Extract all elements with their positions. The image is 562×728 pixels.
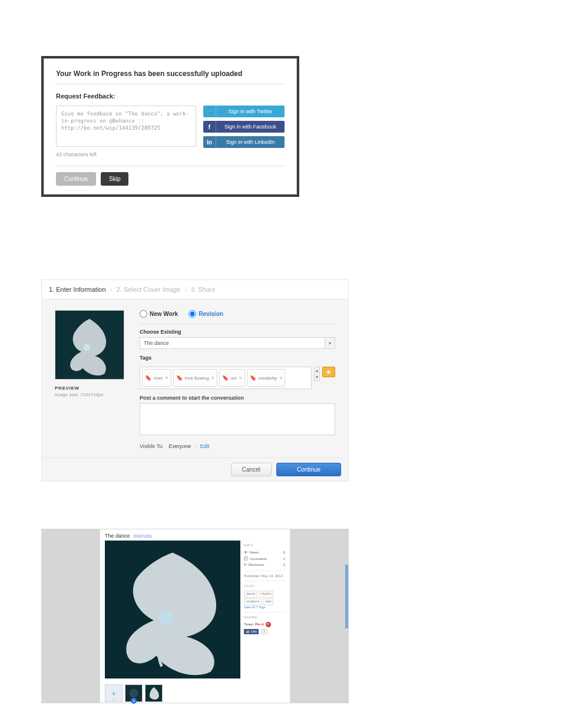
revision-thumb[interactable]: 2 <box>125 684 143 702</box>
cancel-button[interactable]: Cancel <box>231 463 272 476</box>
svg-point-3 <box>159 611 173 624</box>
add-revision-button[interactable]: + 1 <box>105 684 123 702</box>
step-1: 1. Enter Information <box>49 286 106 293</box>
choose-existing-select[interactable]: The dance ▾ <box>140 337 335 349</box>
newwork-radio-label: New Work <box>150 311 178 317</box>
main-artwork-image <box>105 541 240 678</box>
mini-tag[interactable]: dance <box>244 591 257 598</box>
stat-row: ↻Revisions2 <box>244 562 285 568</box>
comment-textarea[interactable] <box>140 403 335 435</box>
mini-tag[interactable]: rhythm <box>259 591 274 598</box>
visibility-row: Visible To: Everyone | Edit <box>140 443 335 449</box>
dialog-title: Your Work in Progress has been successfu… <box>56 70 285 84</box>
tag-text: river <box>154 375 163 381</box>
tag-chip[interactable]: 🔖tree flowing× <box>173 369 217 387</box>
tag-remove-icon[interactable]: × <box>239 375 242 381</box>
feedback-textarea[interactable] <box>56 106 196 147</box>
skip-button[interactable]: Skip <box>101 172 128 186</box>
characters-left-label: 42 characters left <box>56 151 285 157</box>
step-2: 2. Select Cover Image <box>116 286 180 293</box>
continue-button[interactable]: Continue <box>56 172 96 186</box>
pinit-link[interactable]: Pin it <box>255 622 264 627</box>
tag-icon: 🔖 <box>250 375 256 381</box>
preview-label: PREVIEW <box>55 386 124 391</box>
visibility-value: Everyone <box>168 443 191 449</box>
tags-label: Tags <box>140 355 335 361</box>
stat-value: 2 <box>283 562 285 567</box>
scroll-up-icon[interactable]: ▴ <box>316 367 318 374</box>
svg-point-1 <box>84 344 91 351</box>
tag-icon: 🔖 <box>176 375 183 381</box>
fb-like-label: Like <box>251 630 257 634</box>
star-icon: ★ <box>326 368 332 376</box>
signin-linkedin-button[interactable]: in Sign in with LinkedIn <box>203 136 285 148</box>
comment-icon: 💬 <box>244 557 248 561</box>
project-view-panel: The dance DISCUSS INFO 👁Views0 💬Comments… <box>41 529 349 703</box>
signin-twitter-label: Sign in with Twitter <box>216 108 285 114</box>
upload-success-dialog: Your Work in Progress has been successfu… <box>41 56 299 197</box>
info-heading: INFO <box>244 543 285 548</box>
stat-value: 0 <box>283 550 285 555</box>
mini-tag[interactable]: sculpture <box>244 598 262 605</box>
svg-point-5 <box>130 689 138 698</box>
choose-existing-value: The dance <box>140 337 325 349</box>
chevron-right-icon: › <box>184 286 187 293</box>
scroll-down-icon[interactable]: ▾ <box>316 374 318 380</box>
signin-twitter-button[interactable]: 🐦 Sign in with Twitter <box>203 106 285 117</box>
preview-size-label: Image size: 710x710px <box>55 392 124 397</box>
tag-remove-icon[interactable]: × <box>279 375 282 381</box>
tags-input[interactable]: 🔖river× 🔖tree flowing× 🔖art× 🔖creativity… <box>140 367 312 389</box>
stat-value: 1 <box>283 556 285 561</box>
tags-scrollbar[interactable]: ▴ ▾ <box>314 367 320 381</box>
thumbs-up-icon: 👍 <box>246 630 250 634</box>
preview-image <box>55 310 124 380</box>
signin-facebook-label: Sign in with Facebook <box>216 124 285 130</box>
step-3: 3. Share <box>191 286 216 293</box>
mini-tag[interactable]: tree <box>263 598 273 605</box>
discuss-link[interactable]: DISCUSS <box>134 534 152 538</box>
pinterest-icon: P <box>266 622 271 627</box>
tag-remove-icon[interactable]: × <box>211 375 214 381</box>
signin-facebook-button[interactable]: f Sign in with Facebook <box>203 121 285 133</box>
tag-icon: 🔖 <box>145 375 151 381</box>
chevron-right-icon: › <box>110 286 113 293</box>
share-heading: SHARE <box>244 615 285 620</box>
newwork-radio[interactable]: New Work <box>140 310 178 318</box>
revision-radio[interactable]: Revision <box>189 310 223 318</box>
visibility-edit-link[interactable]: Edit <box>200 443 210 449</box>
dancer-art-icon <box>55 311 124 379</box>
view-all-tags-link[interactable]: View all 7 Tags <box>244 605 285 610</box>
tag-chip[interactable]: 🔖river× <box>142 369 171 387</box>
favorite-star-button[interactable]: ★ <box>322 367 335 377</box>
plus-icon: + <box>111 689 116 698</box>
step-breadcrumb: 1. Enter Information › 2. Select Cover I… <box>42 280 348 299</box>
tag-chip[interactable]: 🔖creativity× <box>247 369 286 387</box>
chevron-down-icon: ▾ <box>325 337 335 349</box>
add-sub-label: 1 <box>113 697 115 701</box>
revision-thumb[interactable] <box>145 684 163 702</box>
enter-information-dialog: 1. Enter Information › 2. Select Cover I… <box>41 279 349 482</box>
tag-text: art <box>231 375 236 381</box>
stat-label: Revisions <box>249 563 264 566</box>
dancer-art-icon <box>105 541 240 678</box>
eye-icon: 👁 <box>244 551 247 554</box>
linkedin-icon: in <box>203 136 216 148</box>
revision-radio-label: Revision <box>199 311 223 317</box>
visibility-label: Visible To: <box>140 443 164 449</box>
choose-existing-label: Choose Existing <box>140 329 335 335</box>
tags-heading: TAGS <box>244 584 285 588</box>
revisions-icon: ↻ <box>244 563 247 566</box>
tag-chip[interactable]: 🔖art× <box>219 369 245 387</box>
tag-text: creativity <box>259 375 277 381</box>
stat-row: 💬Comments1 <box>244 556 285 562</box>
fb-like-button[interactable]: 👍Like <box>244 629 259 635</box>
revision-badge: 2 <box>131 698 137 704</box>
tag-remove-icon[interactable]: × <box>166 375 168 381</box>
tweet-link[interactable]: Tweet <box>244 622 253 627</box>
published-date: Published: May 23, 2013 <box>244 574 285 578</box>
continue-blue-button[interactable]: Continue <box>276 463 341 476</box>
stat-row: 👁Views0 <box>244 549 285 555</box>
fb-like-count: 1 <box>261 629 267 635</box>
twitter-icon: 🐦 <box>203 106 216 117</box>
tag-icon: 🔖 <box>222 375 229 381</box>
